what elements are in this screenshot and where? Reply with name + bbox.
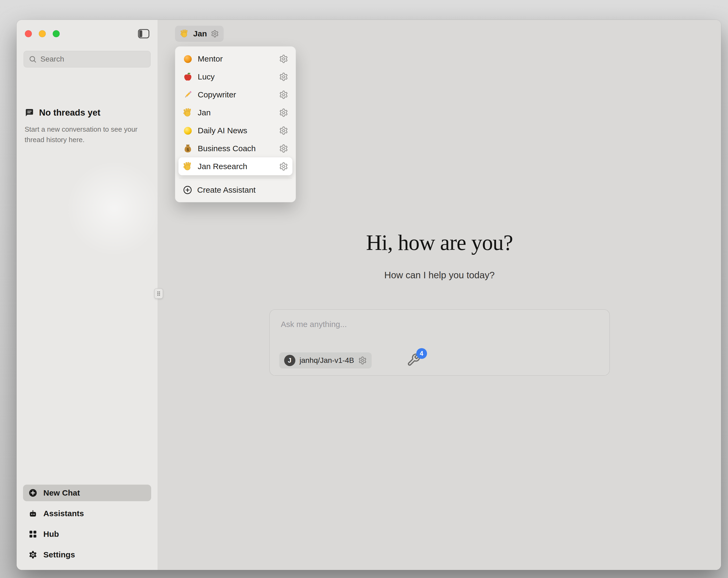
menu-item-label: Jan Research: [198, 162, 247, 171]
sidebar: No threads yet Start a new conversation …: [17, 20, 158, 570]
menu-item-jan-research[interactable]: Jan Research: [179, 157, 292, 175]
menu-item-lucy[interactable]: Lucy: [179, 68, 292, 85]
gear-icon[interactable]: [211, 30, 219, 38]
model-name: janhq/Jan-v1-4B: [300, 356, 354, 365]
gear-icon[interactable]: [279, 108, 288, 117]
sidebar-item-settings[interactable]: Settings: [23, 547, 151, 563]
menu-item-label: Mentor: [198, 54, 223, 64]
menu-item-label: Lucy: [198, 72, 214, 81]
search-icon: [29, 55, 37, 63]
chat-bubble-icon: [25, 108, 34, 118]
assistant-name: Jan: [193, 29, 207, 38]
greeting-title: Hi, how are you?: [158, 230, 721, 255]
chat-composer: J janhq/Jan-v1-4B 4: [269, 309, 610, 376]
plus-circle-icon: [28, 488, 37, 498]
bot-icon: [28, 509, 37, 518]
nav-item-label: Assistants: [43, 509, 84, 518]
model-avatar: J: [284, 355, 295, 366]
sidebar-item-hub[interactable]: Hub: [23, 526, 151, 543]
orange-circle-icon: [183, 54, 193, 64]
sidebar-item-assistants[interactable]: Assistants: [23, 505, 151, 522]
menu-item-label: Jan: [198, 108, 211, 117]
threads-empty-state: No threads yet Start a new conversation …: [25, 107, 150, 145]
gear-icon[interactable]: [279, 126, 288, 135]
empty-state-description: Start a new conversation to see your thr…: [25, 124, 142, 145]
search-box: [24, 51, 151, 68]
grid-icon: [28, 530, 37, 539]
menu-item-label: Copywriter: [198, 90, 236, 99]
create-assistant-label: Create Assistant: [197, 185, 256, 195]
yellow-circle-icon: [183, 126, 193, 136]
menu-item-label: Daily AI News: [198, 126, 247, 135]
menu-item-daily-ai-news[interactable]: Daily AI News: [179, 122, 292, 140]
gear-icon[interactable]: [279, 90, 288, 99]
tools-button[interactable]: 4: [407, 353, 422, 368]
app-window: No threads yet Start a new conversation …: [17, 20, 721, 570]
create-assistant-button[interactable]: Create Assistant: [179, 181, 292, 199]
assistant-dropdown-menu: Mentor Lucy Copywriter Jan Daily AI News: [175, 46, 296, 202]
menu-item-mentor[interactable]: Mentor: [179, 50, 292, 68]
menu-separator: [179, 178, 292, 178]
nav-item-label: New Chat: [43, 488, 80, 498]
sidebar-resize-handle[interactable]: [154, 288, 163, 299]
pencil-icon: [183, 90, 193, 100]
chat-main: Jan Mentor Lucy Copywriter: [158, 20, 721, 570]
model-selector-button[interactable]: J janhq/Jan-v1-4B: [279, 352, 372, 369]
nav-item-label: Settings: [43, 550, 75, 559]
minimize-window-button[interactable]: [39, 30, 46, 37]
welcome-block: Hi, how are you? How can I help you toda…: [158, 230, 721, 280]
plus-circle-icon: [183, 185, 192, 195]
wave-hand-icon: [183, 107, 193, 118]
sidebar-item-new-chat[interactable]: New Chat: [23, 485, 151, 501]
gear-icon[interactable]: [358, 356, 367, 365]
close-window-button[interactable]: [25, 30, 32, 37]
menu-item-label: Business Coach: [198, 144, 256, 153]
gear-icon[interactable]: [279, 144, 288, 153]
zoom-window-button[interactable]: [53, 30, 60, 37]
window-titlebar: [17, 20, 158, 48]
menu-item-copywriter[interactable]: Copywriter: [179, 85, 292, 104]
sidebar-toggle-icon[interactable]: [138, 29, 150, 39]
menu-item-business-coach[interactable]: Business Coach: [179, 140, 292, 157]
money-bag-icon: [183, 144, 193, 154]
gear-icon[interactable]: [279, 54, 288, 64]
sidebar-nav: New Chat Assistants Hub Settings: [23, 485, 151, 563]
apple-icon: [183, 72, 193, 82]
gear-icon[interactable]: [279, 72, 288, 81]
nav-item-label: Hub: [43, 530, 59, 539]
chat-input[interactable]: [281, 320, 598, 344]
empty-state-title: No threads yet: [39, 107, 100, 118]
gear-icon: [28, 550, 37, 559]
sidebar-watermark: [62, 156, 166, 261]
greeting-subtitle: How can I help you today?: [158, 270, 721, 280]
gear-icon[interactable]: [279, 162, 288, 171]
wave-hand-icon: [180, 29, 189, 39]
search-input[interactable]: [41, 55, 146, 64]
wave-hand-icon: [183, 161, 193, 172]
assistant-selector-button[interactable]: Jan: [175, 26, 224, 42]
menu-item-jan[interactable]: Jan: [179, 104, 292, 122]
tools-count-badge: 4: [416, 348, 427, 359]
